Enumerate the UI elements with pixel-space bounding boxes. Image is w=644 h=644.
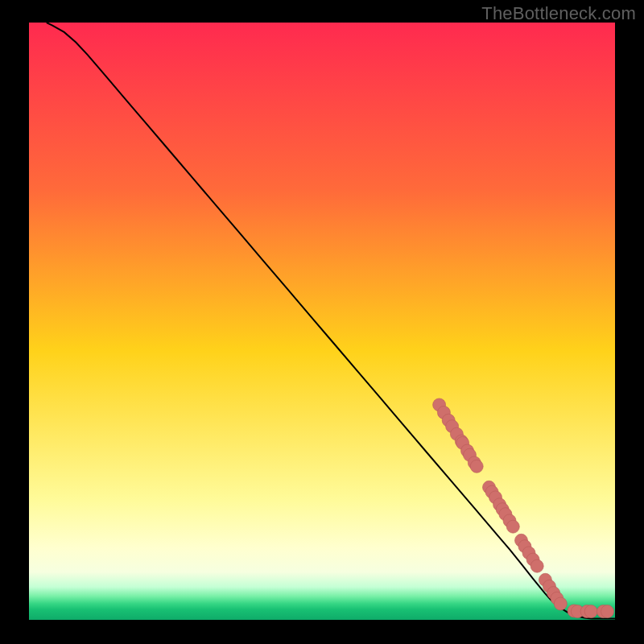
watermark-text: TheBottleneck.com <box>481 3 636 24</box>
gradient-background <box>29 23 615 620</box>
plot-area <box>29 23 615 620</box>
data-point <box>506 520 519 533</box>
data-point <box>554 597 567 610</box>
data-point <box>530 559 543 572</box>
data-point <box>584 605 597 618</box>
chart-svg <box>29 23 615 620</box>
chart-frame: TheBottleneck.com <box>0 0 644 644</box>
data-point <box>601 605 614 618</box>
data-point <box>470 460 483 473</box>
